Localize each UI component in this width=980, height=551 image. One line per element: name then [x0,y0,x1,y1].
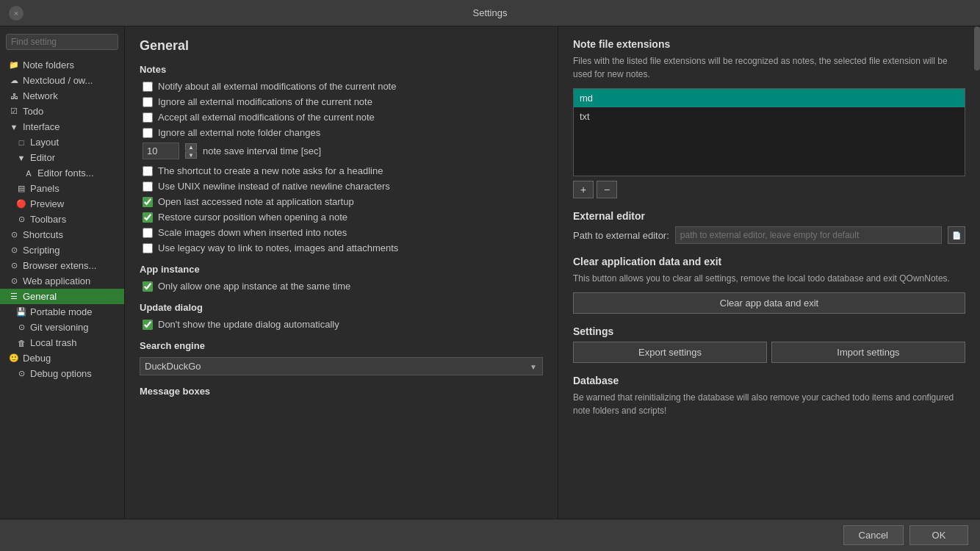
bottom-bar: Cancel OK [0,519,980,551]
unix-newline-label: Use UNIX newline instead of native newli… [158,181,390,192]
cancel-button[interactable]: Cancel [843,525,904,545]
sidebar-item-editor[interactable]: ▼ Editor [0,150,124,165]
sidebar-item-label: Editor fonts... [37,168,94,179]
accept-ext-checkbox[interactable] [143,112,153,123]
git-icon: ⊙ [16,323,26,333]
scrollbar-thumb[interactable] [974,26,980,71]
one-instance-checkbox[interactable] [143,281,153,292]
ignore-ext-checkbox[interactable] [143,97,153,107]
checkbox-row-ignore: Ignore all external modifications of the… [140,96,543,107]
sidebar-item-interface[interactable]: ▼ Interface [0,119,124,134]
restore-cursor-checkbox[interactable] [143,212,153,223]
legacy-links-checkbox[interactable] [143,243,153,253]
ext-item-md[interactable]: md [574,89,965,107]
sidebar-item-web-application[interactable]: ⊙ Web application [0,273,124,289]
debug-options-icon: ⊙ [16,369,26,379]
export-settings-button[interactable]: Export settings [573,342,767,363]
sidebar-item-label: Panels [30,183,60,194]
notes-group-title: Notes [140,64,543,75]
sidebar-item-label: Note folders [23,60,74,71]
shortcut-headline-checkbox[interactable] [143,166,153,176]
settings-title: Settings [573,325,965,337]
font-icon: A [24,168,34,179]
sidebar-item-label: Editor [30,152,55,163]
no-update-dialog-checkbox[interactable] [143,320,153,330]
layout-icon: □ [16,137,26,148]
spinner-up[interactable]: ▲ [185,143,197,151]
left-panel: General Notes Notify about all external … [125,26,558,519]
sidebar-item-nextcloud[interactable]: ☁ Nextcloud / ow... [0,73,124,88]
main-container: 📁 Note folders ☁ Nextcloud / ow... 🖧 Net… [0,26,980,519]
search-engine-title: Search engine [140,340,543,351]
panels-icon: ▤ [16,184,26,194]
sidebar-item-label: Todo [23,106,43,117]
portable-icon: 💾 [16,307,26,317]
sidebar-item-note-folders[interactable]: 📁 Note folders [0,57,124,73]
sidebar-item-label: Local trash [30,337,77,348]
sidebar-item-label: Portable mode [30,306,93,317]
app-instance-title: App instance [140,264,543,275]
sidebar-item-layout[interactable]: □ Layout [0,134,124,150]
import-settings-button[interactable]: Import settings [771,342,965,363]
sidebar-item-network[interactable]: 🖧 Network [0,88,124,104]
checkbox-row-open-last-note: Open last accessed note at application s… [140,196,543,207]
sidebar-item-panels[interactable]: ▤ Panels [0,181,124,196]
notify-ext-checkbox[interactable] [143,82,153,92]
spinner-down[interactable]: ▼ [185,151,197,159]
sidebar-item-editor-fonts[interactable]: A Editor fonts... [0,165,124,181]
title-bar: × Settings [0,0,980,26]
save-interval-input[interactable] [143,143,179,159]
folder-icon: 📁 [9,60,19,71]
sidebar-item-toolbars[interactable]: ⊙ Toolbars [0,212,124,227]
ext-buttons: + − [573,181,965,198]
sidebar-item-label: General [23,291,57,302]
browse-file-button[interactable]: 📄 [948,226,965,244]
spinner-arrows: ▲ ▼ [185,143,197,159]
scale-images-label: Scale images down when inserted into not… [158,227,347,238]
clear-data-desc: This button allows you to clear all sett… [573,272,965,285]
scale-images-checkbox[interactable] [143,228,153,238]
sidebar-item-local-trash[interactable]: 🗑 Local trash [0,335,124,350]
sidebar-item-label: Nextcloud / ow... [23,75,93,86]
search-engine-wrapper: DuckDuckGo Google Bing ▼ [140,357,543,375]
message-boxes-title: Message boxes [140,386,543,397]
sidebar-item-preview[interactable]: 🔴 Preview [0,196,124,212]
sidebar-item-label: Browser extens... [23,260,96,271]
debug-icon: 🙂 [9,353,19,364]
ok-button[interactable]: OK [909,525,968,545]
ext-item-txt[interactable]: txt [574,107,965,126]
sidebar-item-todo[interactable]: ☑ Todo [0,104,124,119]
close-button[interactable]: × [9,6,24,21]
sidebar-item-debug[interactable]: 🙂 Debug [0,350,124,366]
clear-data-button[interactable]: Clear app data and exit [573,292,965,314]
sidebar-item-label: Debug [23,353,51,364]
search-input[interactable] [6,34,118,50]
sidebar-item-browser-ext[interactable]: ⊙ Browser extens... [0,258,124,273]
spinner-label: note save interval time [sec] [203,145,321,156]
search-engine-select[interactable]: DuckDuckGo Google Bing [140,357,543,375]
update-dialog-title: Update dialog [140,302,543,313]
shortcut-headline-label: The shortcut to create a new note asks f… [158,165,383,176]
open-last-note-checkbox[interactable] [143,197,153,207]
remove-extension-button[interactable]: − [597,181,617,198]
spinner-row: ▲ ▼ note save interval time [sec] [140,143,543,159]
sidebar-item-scripting[interactable]: ⊙ Scripting [0,242,124,258]
sidebar-item-label: Interface [23,121,60,132]
right-panel: Note file extensions Files with the list… [558,26,980,519]
sidebar-item-git-versioning[interactable]: ⊙ Git versioning [0,320,124,335]
ignore-folder-checkbox[interactable] [143,128,153,138]
checkbox-row-folder: Ignore all external note folder changes [140,127,543,138]
sidebar-item-label: Toolbars [30,214,66,225]
sidebar-item-general[interactable]: ☰ General [0,289,124,304]
search-box [0,31,124,53]
interface-icon: ▼ [9,122,19,132]
add-extension-button[interactable]: + [573,181,594,198]
database-desc: Be warned that reinitializing the databa… [573,391,965,417]
sidebar-item-shortcuts[interactable]: ⊙ Shortcuts [0,227,124,242]
unix-newline-checkbox[interactable] [143,181,153,192]
sidebar-item-debug-options[interactable]: ⊙ Debug options [0,366,124,381]
checkbox-row-accept: Accept all external modifications of the… [140,112,543,123]
browser-icon: ⊙ [9,261,19,271]
external-editor-input[interactable] [675,226,942,244]
sidebar-item-portable-mode[interactable]: 💾 Portable mode [0,304,124,320]
